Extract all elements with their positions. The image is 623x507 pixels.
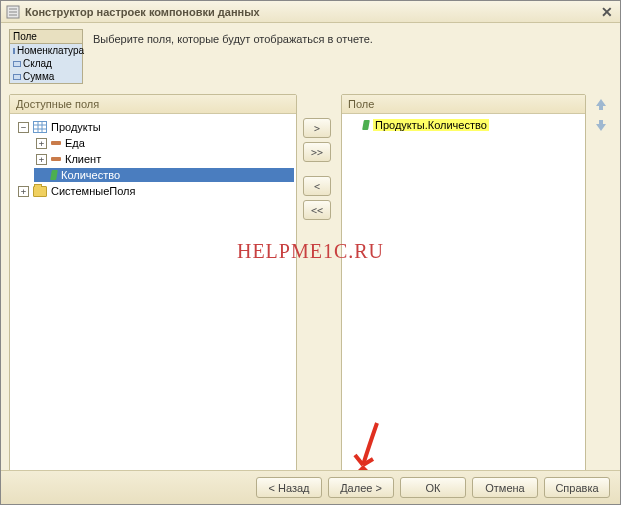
field-icon (13, 74, 21, 80)
tree-node-client[interactable]: + Клиент (34, 152, 294, 166)
selected-fields-header: Поле (342, 95, 585, 114)
add-button[interactable]: > (303, 118, 331, 138)
add-all-button[interactable]: >> (303, 142, 331, 162)
tree-node-food[interactable]: + Еда (34, 136, 294, 150)
step-item-label: Сумма (23, 71, 54, 82)
step-box-header: Поле (10, 30, 82, 44)
remove-button[interactable]: < (303, 176, 331, 196)
reorder-arrows (592, 94, 612, 474)
app-icon (5, 4, 21, 20)
spacer (348, 120, 359, 131)
tree-label: Клиент (65, 153, 101, 165)
field-icon (13, 48, 15, 54)
titlebar: Конструктор настроек компоновки данных ✕ (1, 1, 620, 23)
ok-button[interactable]: ОК (400, 477, 466, 498)
field-icon (51, 157, 61, 161)
resource-icon (362, 120, 370, 130)
move-buttons: > >> < << (303, 94, 335, 474)
step-item[interactable]: Номенклатура (10, 44, 82, 57)
tree-label: Еда (65, 137, 85, 149)
dialog-window: Конструктор настроек компоновки данных ✕… (0, 0, 621, 505)
expand-icon[interactable]: + (18, 186, 29, 197)
hint-text: Выберите поля, которые будут отображатьс… (83, 29, 373, 45)
folder-icon (33, 186, 47, 197)
tree-node-quantity[interactable]: Количество (34, 168, 294, 182)
available-fields-header: Доступные поля (10, 95, 296, 114)
window-title: Конструктор настроек компоновки данных (25, 6, 598, 18)
step-box: Поле Номенклатура Склад Сумма (9, 29, 83, 84)
back-button[interactable]: < Назад (256, 477, 322, 498)
move-up-button[interactable] (592, 96, 610, 112)
field-icon (13, 61, 21, 67)
move-down-button[interactable] (592, 118, 610, 134)
selected-fields-panel: Поле Продукты.Количество (341, 94, 586, 474)
close-button[interactable]: ✕ (598, 4, 616, 20)
tree-node-products[interactable]: − Продукты (16, 120, 294, 134)
table-icon (33, 121, 47, 133)
resource-icon (50, 170, 58, 180)
cancel-button[interactable]: Отмена (472, 477, 538, 498)
step-item[interactable]: Сумма (10, 70, 82, 83)
expand-icon[interactable]: + (36, 154, 47, 165)
tree-node-system-fields[interactable]: + СистемныеПоля (16, 184, 294, 198)
selected-field-label: Продукты.Количество (373, 119, 489, 131)
expand-icon[interactable]: + (36, 138, 47, 149)
tree-label: СистемныеПоля (51, 185, 135, 197)
svg-rect-4 (34, 122, 47, 133)
help-button[interactable]: Справка (544, 477, 610, 498)
remove-all-button[interactable]: << (303, 200, 331, 220)
selected-field-row[interactable]: Продукты.Количество (344, 118, 583, 132)
field-icon (51, 141, 61, 145)
step-item-label: Номенклатура (17, 45, 84, 56)
selected-fields-list: Продукты.Количество (342, 114, 585, 473)
available-fields-tree: − Продукты (10, 114, 296, 473)
step-item-label: Склад (23, 58, 52, 69)
spacer (303, 166, 335, 172)
available-fields-panel: Доступные поля − (9, 94, 297, 474)
top-section: Поле Номенклатура Склад Сумма Выберите п… (1, 23, 620, 88)
step-item[interactable]: Склад (10, 57, 82, 70)
main-area: Доступные поля − (1, 88, 620, 480)
tree-label: Продукты (51, 121, 101, 133)
spacer (36, 170, 47, 181)
next-button[interactable]: Далее > (328, 477, 394, 498)
selected-fields-wrap: Поле Продукты.Количество (341, 94, 612, 474)
bottom-bar: < Назад Далее > ОК Отмена Справка (1, 470, 620, 504)
tree-label: Количество (61, 169, 120, 181)
collapse-icon[interactable]: − (18, 122, 29, 133)
